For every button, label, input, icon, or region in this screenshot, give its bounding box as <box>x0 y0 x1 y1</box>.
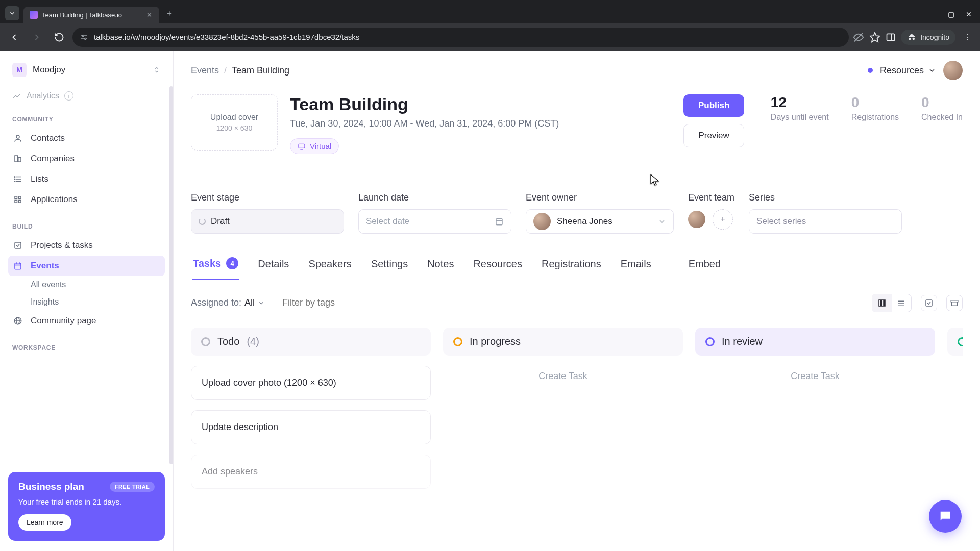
url-text: talkbase.io/w/moodjoy/events/e33823ef-8b… <box>94 33 359 41</box>
breadcrumb-root[interactable]: Events <box>191 65 219 76</box>
sidebar-sub-insights[interactable]: Insights <box>8 293 165 311</box>
workspace-name: Moodjoy <box>33 65 146 75</box>
workspace-switcher[interactable]: M Moodjoy <box>8 60 165 80</box>
create-task-button[interactable]: Create Task <box>443 356 683 397</box>
archive-button[interactable] <box>946 295 963 311</box>
chevron-down-icon <box>658 217 666 226</box>
new-tab-button[interactable]: ＋ <box>162 6 177 20</box>
window-controls: — ▢ ✕ <box>926 10 975 23</box>
add-team-member-button[interactable]: + <box>713 209 733 230</box>
browser-menu-icon[interactable]: ⋮ <box>961 32 975 42</box>
field-launch-date: Launch date Select date <box>358 192 511 234</box>
view-mode-toggle <box>872 294 912 312</box>
format-pill[interactable]: Virtual <box>290 138 339 154</box>
tab-details[interactable]: Details <box>257 257 290 280</box>
globe-icon <box>13 316 23 325</box>
projects-icon <box>13 241 23 250</box>
select-tasks-button[interactable] <box>921 295 937 311</box>
launch-date-picker[interactable]: Select date <box>358 209 511 234</box>
section-workspace: WORKSPACE <box>12 344 161 352</box>
companies-icon <box>13 154 23 163</box>
sidebar-item-analytics[interactable]: Analytics i <box>8 89 165 103</box>
list-view-button[interactable] <box>892 294 911 312</box>
sidebar-scrollbar[interactable] <box>169 86 173 464</box>
spinner-icon <box>199 218 206 225</box>
chevron-down-icon <box>258 299 265 307</box>
sidebar-item-companies[interactable]: Companies <box>8 148 165 169</box>
chat-widget-button[interactable] <box>929 500 962 533</box>
tab-emails[interactable]: Emails <box>620 257 652 280</box>
breadcrumb-current: Team Building <box>232 65 289 76</box>
close-tab-icon[interactable]: ✕ <box>146 11 152 19</box>
events-icon <box>13 261 23 270</box>
svg-rect-18 <box>19 196 21 199</box>
sidepanel-icon[interactable] <box>886 32 896 42</box>
sidebar-sub-all-events[interactable]: All events <box>8 276 165 293</box>
incognito-badge[interactable]: Incognito <box>901 30 955 45</box>
tab-settings[interactable]: Settings <box>370 257 409 280</box>
virtual-icon <box>298 142 306 151</box>
status-ring-todo <box>201 337 210 346</box>
tab-embed[interactable]: Embed <box>688 257 722 280</box>
site-settings-icon[interactable] <box>80 33 89 42</box>
assigned-filter[interactable]: Assigned to: All <box>191 297 265 308</box>
svg-rect-20 <box>19 201 21 203</box>
bookmark-icon[interactable] <box>869 32 880 43</box>
sidebar-item-events[interactable]: Events <box>8 256 165 276</box>
close-window-button[interactable]: ✕ <box>966 10 972 18</box>
browser-tabstrip: Team Building | Talkbase.io ✕ ＋ — ▢ ✕ <box>0 0 980 23</box>
user-avatar[interactable] <box>943 61 963 80</box>
minimize-button[interactable]: — <box>929 10 937 18</box>
publish-button[interactable]: Publish <box>683 94 744 117</box>
address-bar[interactable]: talkbase.io/w/moodjoy/events/e33823ef-8b… <box>72 28 849 47</box>
tab-speakers[interactable]: Speakers <box>307 257 353 280</box>
field-event-stage: Event stage Draft <box>191 192 344 234</box>
column-header-todo: Todo (4) <box>191 328 431 356</box>
stage-select[interactable]: Draft <box>191 209 344 234</box>
forward-button[interactable] <box>28 28 46 46</box>
column-header-progress: In progress <box>443 328 683 356</box>
owner-select[interactable]: Sheena Jones <box>526 209 674 234</box>
tab-title: Team Building | Talkbase.io <box>42 11 122 19</box>
chevron-down-icon <box>928 66 936 74</box>
breadcrumb: Events / Team Building <box>191 65 289 76</box>
tag-filter-input[interactable] <box>278 293 401 312</box>
browser-tab[interactable]: Team Building | Talkbase.io ✕ <box>23 7 159 23</box>
maximize-button[interactable]: ▢ <box>948 10 954 18</box>
board-view-button[interactable] <box>872 294 892 312</box>
sidebar-item-applications[interactable]: Applications <box>8 189 165 210</box>
sidebar-item-lists[interactable]: Lists <box>8 169 165 189</box>
svg-rect-35 <box>885 300 886 306</box>
field-event-team: Event team + <box>688 192 734 234</box>
tab-tasks[interactable]: Tasks 4 <box>192 257 239 280</box>
resources-dropdown[interactable]: Resources <box>880 65 936 76</box>
tab-notes[interactable]: Notes <box>426 257 455 280</box>
tracking-icon[interactable] <box>853 32 864 43</box>
contacts-icon <box>13 134 23 143</box>
kanban-board: Todo (4) Upload cover photo (1200 × 630)… <box>191 328 963 489</box>
team-member-avatar[interactable] <box>688 211 705 228</box>
column-todo: Todo (4) Upload cover photo (1200 × 630)… <box>191 328 431 489</box>
tab-resources[interactable]: Resources <box>472 257 523 280</box>
series-select[interactable]: Select series <box>749 209 902 234</box>
sidebar-item-contacts[interactable]: Contacts <box>8 128 165 148</box>
sidebar-item-projects[interactable]: Projects & tasks <box>8 235 165 256</box>
sidebar-item-community-page[interactable]: Community page <box>8 311 165 331</box>
reload-button[interactable] <box>50 28 68 46</box>
upload-cover-button[interactable]: Upload cover 1200 × 630 <box>191 94 278 151</box>
task-card[interactable]: Update description <box>191 410 431 444</box>
task-card[interactable]: Upload cover photo (1200 × 630) <box>191 366 431 400</box>
svg-rect-17 <box>15 196 17 199</box>
svg-rect-9 <box>15 156 17 162</box>
svg-rect-39 <box>926 300 932 306</box>
status-ring-done <box>958 337 963 346</box>
breadcrumb-sep: / <box>224 65 227 76</box>
preview-button[interactable]: Preview <box>683 124 744 147</box>
promo-cta-button[interactable]: Learn more <box>18 514 71 531</box>
recent-tabs-button[interactable] <box>5 6 19 20</box>
tab-registrations[interactable]: Registrations <box>541 257 602 280</box>
promo-title: Business plan <box>18 481 84 492</box>
create-task-button[interactable]: Create Task <box>695 356 935 397</box>
back-button[interactable] <box>5 28 23 46</box>
task-card[interactable]: Add speakers <box>191 455 431 489</box>
